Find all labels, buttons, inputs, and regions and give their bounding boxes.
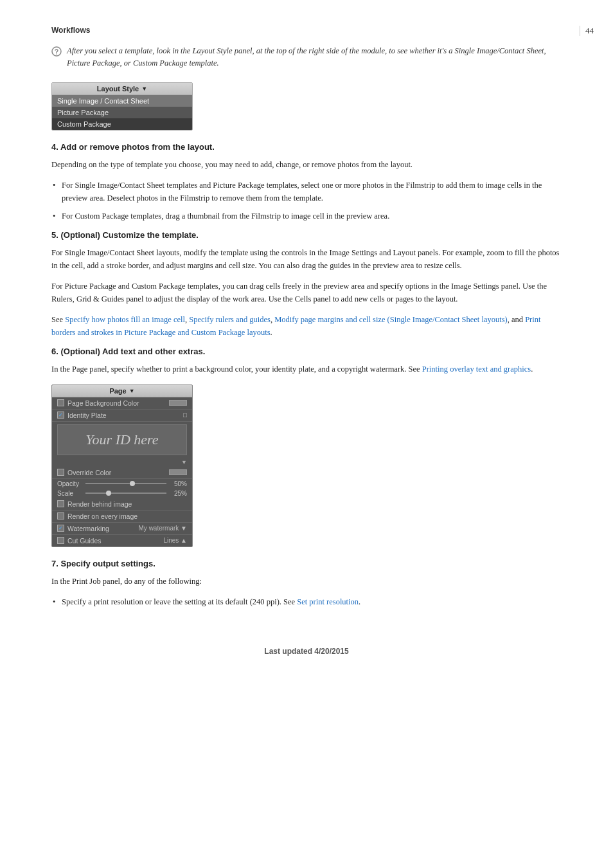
page-number: 44 xyxy=(580,26,594,36)
page-panel: Page ▼ Page Background Color Identity Pl… xyxy=(51,384,193,547)
render-every-label: Render on every image xyxy=(67,512,187,520)
watermarking-label: Watermarking xyxy=(67,525,136,532)
step5-links-text: See xyxy=(51,315,65,324)
scale-value: 25% xyxy=(169,490,187,497)
cut-guides-checkbox[interactable] xyxy=(57,537,64,544)
step5-link3[interactable]: Modify page margins and cell size (Singl… xyxy=(274,315,508,324)
render-every-checkbox[interactable] xyxy=(57,512,64,520)
step6-suffix: . xyxy=(531,365,533,374)
svg-point-1 xyxy=(56,53,57,55)
cut-guides-value[interactable]: Lines ▲ xyxy=(163,537,187,544)
identity-plate-label: Identity Plate xyxy=(67,411,180,419)
cut-guides-row: Cut Guides Lines ▲ xyxy=(52,535,192,547)
tip-icon xyxy=(51,46,62,57)
opacity-label: Opacity xyxy=(57,480,83,487)
step5-para2: For Picture Package and Custom Package t… xyxy=(51,280,562,305)
identity-dropdown-arrow[interactable]: ▼ xyxy=(181,459,187,466)
override-color-row: Override Color xyxy=(52,467,192,479)
identity-plate-row: Identity Plate □ xyxy=(52,410,192,422)
scale-thumb[interactable] xyxy=(106,491,111,496)
watermarking-row: Watermarking My watermark ▼ xyxy=(52,523,192,535)
render-behind-label: Render behind image xyxy=(67,500,187,508)
scale-track[interactable] xyxy=(85,493,166,494)
step7-bullet1-text: Specify a print resolution or leave the … xyxy=(62,597,297,606)
render-behind-checkbox[interactable] xyxy=(57,500,64,507)
override-color-swatch[interactable] xyxy=(169,469,187,475)
tip-text: After you select a template, look in the… xyxy=(67,45,562,69)
identity-plate-display: Your ID here xyxy=(57,424,187,455)
layout-option-single[interactable]: Single Image / Contact Sheet xyxy=(52,95,192,107)
step7-bullets: Specify a print resolution or leave the … xyxy=(51,595,562,608)
cut-guides-label: Cut Guides xyxy=(67,537,160,545)
scale-slider-row: Scale 25% xyxy=(52,489,192,498)
page-panel-title: Page xyxy=(109,387,126,395)
footer: Last updated 4/20/2015 xyxy=(51,647,562,656)
override-color-label: Override Color xyxy=(67,469,166,476)
layout-option-picture[interactable]: Picture Package xyxy=(52,107,192,118)
layout-style-arrow: ▼ xyxy=(141,86,147,92)
page-container: 44 Workflows After you select a template… xyxy=(0,0,613,694)
step4-heading: 4. Add or remove photos from the layout. xyxy=(51,142,562,152)
step5-links-para: See Specify how photos fill an image cel… xyxy=(51,313,562,339)
opacity-slider-row: Opacity 50% xyxy=(52,479,192,489)
step6-link[interactable]: Printing overlay text and graphics xyxy=(422,365,531,374)
step4-intro: Depending on the type of template you ch… xyxy=(51,158,562,171)
tip-box: After you select a template, look in the… xyxy=(51,45,562,69)
step4-bullet1: For Single Image/Contact Sheet templates… xyxy=(51,179,562,204)
opacity-thumb[interactable] xyxy=(130,481,135,486)
step5-period: . xyxy=(271,328,272,337)
opacity-track[interactable] xyxy=(85,483,166,484)
page-bg-color-checkbox[interactable] xyxy=(57,399,64,406)
step7-heading: 7. Specify output settings. xyxy=(51,559,562,568)
identity-arrow-row: ▼ xyxy=(52,458,192,467)
svg-point-0 xyxy=(52,47,61,56)
layout-style-title: Layout Style xyxy=(97,85,139,93)
step4-bullet2: For Custom Package templates, drag a thu… xyxy=(51,210,562,222)
page-bg-color-swatch[interactable] xyxy=(169,400,187,406)
step5-link2[interactable]: Specify rulers and guides xyxy=(189,315,271,324)
step4-bullets: For Single Image/Contact Sheet templates… xyxy=(51,179,562,222)
step7-bullet1-suffix: . xyxy=(359,597,360,606)
section-header: Workflows xyxy=(51,26,562,35)
identity-plate-icon: □ xyxy=(183,411,187,419)
step6-para-text: In the Page panel, specify whether to pr… xyxy=(51,365,422,374)
step7-bullet1: Specify a print resolution or leave the … xyxy=(51,595,562,608)
override-color-checkbox[interactable] xyxy=(57,469,64,476)
render-every-row: Render on every image xyxy=(52,511,192,523)
page-panel-title-bar: Page ▼ xyxy=(52,385,192,397)
watermarking-value[interactable]: My watermark ▼ xyxy=(139,525,187,532)
layout-style-title-bar: Layout Style ▼ xyxy=(52,83,192,95)
scale-label: Scale xyxy=(57,490,83,497)
page-bg-color-label: Page Background Color xyxy=(67,399,166,407)
render-behind-row: Render behind image xyxy=(52,498,192,511)
step7-link[interactable]: Set print resolution xyxy=(297,597,359,606)
step5-and: , and xyxy=(508,315,525,324)
step5-para1: For Single Image/Contact Sheet layouts, … xyxy=(51,246,562,272)
step5-heading: 5. (Optional) Customize the template. xyxy=(51,230,562,240)
opacity-value: 50% xyxy=(169,480,187,487)
page-bg-color-row: Page Background Color xyxy=(52,397,192,410)
layout-style-panel: Layout Style ▼ Single Image / Contact Sh… xyxy=(51,82,193,131)
page-panel-arrow: ▼ xyxy=(129,388,135,394)
footer-text: Last updated 4/20/2015 xyxy=(264,647,348,656)
step6-para: In the Page panel, specify whether to pr… xyxy=(51,363,562,375)
watermarking-checkbox[interactable] xyxy=(57,525,64,532)
step7-para: In the Print Job panel, do any of the fo… xyxy=(51,575,562,588)
layout-option-custom[interactable]: Custom Package xyxy=(52,118,192,130)
identity-plate-checkbox[interactable] xyxy=(57,411,64,419)
step6-heading: 6. (Optional) Add text and other extras. xyxy=(51,347,562,356)
step5-link1[interactable]: Specify how photos fill an image cell xyxy=(65,315,185,324)
